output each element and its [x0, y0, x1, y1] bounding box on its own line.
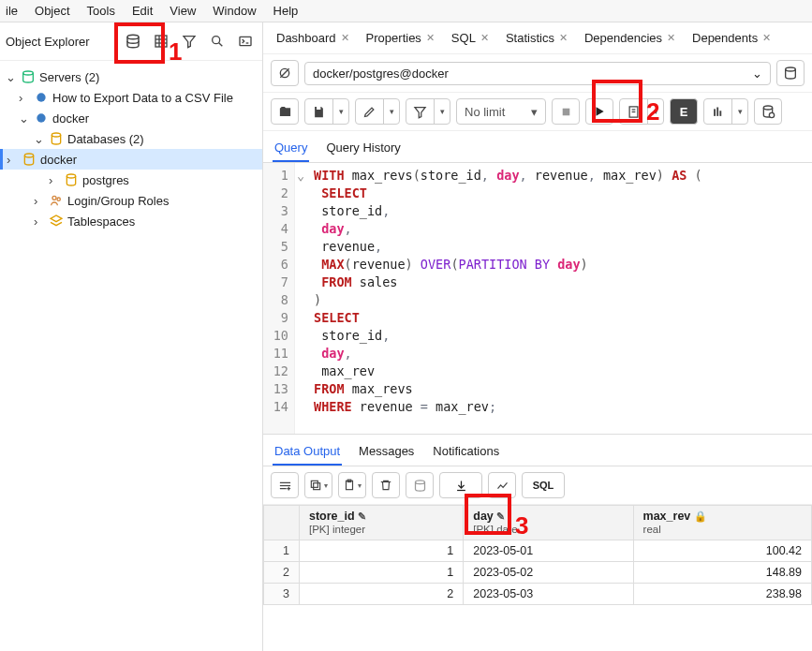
close-icon[interactable]: ✕ — [667, 32, 675, 44]
elephant-icon — [34, 90, 49, 105]
lock-icon: 🔒 — [694, 510, 707, 522]
copy-icon[interactable]: ▾ — [304, 472, 332, 498]
close-icon[interactable]: ✕ — [480, 32, 489, 44]
menu-window[interactable]: Window — [213, 4, 256, 18]
menu-edit[interactable]: Edit — [132, 4, 153, 18]
chevron-right-icon: › — [19, 91, 30, 105]
tab-dependencies[interactable]: Dependencies✕ — [579, 28, 681, 48]
svg-point-31 — [763, 106, 772, 110]
chevron-right-icon: › — [49, 173, 60, 187]
line-gutter: 1234567891011121314 — [263, 163, 295, 434]
tree-label: Login/Group Roles — [67, 194, 169, 208]
svg-point-42 — [415, 480, 424, 483]
view-data-icon[interactable] — [148, 28, 174, 54]
sql-view-button[interactable]: SQL — [522, 472, 565, 498]
tab-sql[interactable]: SQL✕ — [446, 28, 495, 48]
tree-label: docker — [52, 111, 89, 126]
limit-select[interactable]: No limit▾ — [456, 98, 546, 125]
tab-statistics[interactable]: Statistics✕ — [500, 28, 573, 48]
tree-tablespaces[interactable]: › Tablespaces — [0, 211, 262, 231]
open-file-icon[interactable] — [271, 98, 299, 125]
query-toolbar: ▾ ▾ ▾ No limit▾ ▾ E ▾ — [263, 93, 812, 131]
tab-messages[interactable]: Messages — [357, 440, 416, 466]
menu-tools[interactable]: Tools — [87, 4, 115, 18]
table-row[interactable]: 212023-05-02148.89 — [264, 562, 812, 584]
col-day[interactable]: day ✎[PK] date — [464, 506, 633, 540]
stop-button[interactable] — [552, 98, 580, 125]
menu-file[interactable]: ile — [6, 4, 18, 18]
filter-icon[interactable] — [176, 28, 202, 54]
fold-column: ⌄ — [295, 163, 306, 434]
sql-editor[interactable]: 1234567891011121314 ⌄ WITH max_revs(stor… — [263, 163, 812, 435]
svg-marker-22 — [415, 107, 425, 117]
psql-icon[interactable] — [232, 28, 258, 54]
col-max-rev[interactable]: max_rev 🔒real — [633, 506, 811, 540]
top-tabs: Dashboard✕ Properties✕ SQL✕ Statistics✕ … — [263, 22, 812, 54]
tree-docker-server[interactable]: ⌄ docker — [0, 108, 262, 128]
add-row-icon[interactable] — [271, 472, 299, 498]
query-tool-icon[interactable] — [120, 28, 146, 54]
pencil-icon: ✎ — [496, 510, 505, 522]
svg-point-7 — [213, 37, 220, 44]
explain-button[interactable]: ▾ — [619, 98, 664, 125]
tree-servers[interactable]: ⌄ Servers (2) — [0, 67, 262, 87]
elephant-icon — [34, 111, 49, 126]
tab-properties[interactable]: Properties✕ — [361, 28, 440, 48]
tree-db-postgres[interactable]: › postgres — [0, 170, 262, 190]
paste-icon[interactable]: ▾ — [338, 472, 366, 498]
save-button[interactable]: ▾ — [304, 98, 349, 125]
delete-icon[interactable] — [372, 472, 400, 498]
database-icon — [64, 172, 79, 187]
svg-rect-29 — [716, 107, 718, 115]
table-row[interactable]: 322023-05-03238.98 — [264, 584, 812, 605]
object-explorer-title: Object Explorer — [6, 35, 90, 49]
tab-query-history[interactable]: Query History — [324, 137, 402, 162]
explain-e-button[interactable]: E — [670, 98, 698, 125]
tree-howto[interactable]: › How to Export Data to a CSV File — [0, 87, 262, 108]
col-store-id[interactable]: store_id ✎[PK] integer — [300, 506, 464, 540]
svg-point-11 — [23, 71, 34, 75]
svg-rect-28 — [714, 109, 716, 116]
connection-select[interactable]: docker/postgres@docker ⌄ — [304, 62, 771, 85]
tree-label: How to Export Data to a CSV File — [52, 91, 233, 105]
macro-button[interactable] — [754, 98, 782, 125]
close-icon[interactable]: ✕ — [762, 32, 771, 44]
sql-code[interactable]: WITH max_revs(store_id, day, revenue, ma… — [306, 163, 710, 434]
edit-button[interactable]: ▾ — [355, 98, 400, 125]
tab-data-output[interactable]: Data Output — [273, 440, 342, 466]
download-csv-icon[interactable] — [439, 472, 482, 498]
roles-icon — [49, 193, 64, 208]
chevron-right-icon: › — [7, 153, 18, 167]
close-icon[interactable]: ✕ — [341, 32, 349, 44]
tree-databases[interactable]: ⌄ Databases (2) — [0, 128, 262, 149]
search-icon[interactable] — [204, 28, 230, 54]
svg-marker-24 — [597, 107, 604, 115]
commit-button[interactable]: ▾ — [703, 98, 748, 125]
svg-point-12 — [37, 93, 45, 101]
menu-object[interactable]: Object — [35, 4, 70, 18]
filter-button[interactable]: ▾ — [406, 98, 450, 125]
tab-query[interactable]: Query — [273, 137, 309, 162]
chevron-down-icon: ⌄ — [19, 111, 30, 126]
save-data-icon[interactable] — [406, 472, 434, 498]
tab-notifications[interactable]: Notifications — [431, 440, 501, 466]
tab-dependents[interactable]: Dependents✕ — [687, 28, 776, 48]
tree-db-docker[interactable]: › docker — [0, 149, 262, 170]
graph-icon[interactable] — [488, 472, 516, 498]
result-grid[interactable]: store_id ✎[PK] integer day ✎[PK] date ma… — [263, 505, 812, 605]
svg-rect-30 — [719, 111, 721, 116]
close-icon[interactable]: ✕ — [559, 32, 568, 44]
disconnect-icon[interactable] — [271, 60, 299, 86]
svg-rect-23 — [562, 108, 569, 115]
table-row[interactable]: 112023-05-01100.42 — [264, 540, 812, 562]
close-icon[interactable]: ✕ — [426, 32, 435, 44]
tree-login-roles[interactable]: › Login/Group Roles — [0, 190, 262, 211]
menu-view[interactable]: View — [170, 4, 196, 18]
chevron-down-icon: ⌄ — [752, 67, 762, 81]
execute-button[interactable] — [585, 98, 613, 125]
menu-help[interactable]: Help — [273, 4, 299, 18]
svg-rect-38 — [314, 483, 320, 490]
chevron-right-icon: › — [34, 194, 45, 208]
tab-dashboard[interactable]: Dashboard✕ — [271, 28, 355, 48]
server-icon[interactable] — [776, 60, 805, 86]
